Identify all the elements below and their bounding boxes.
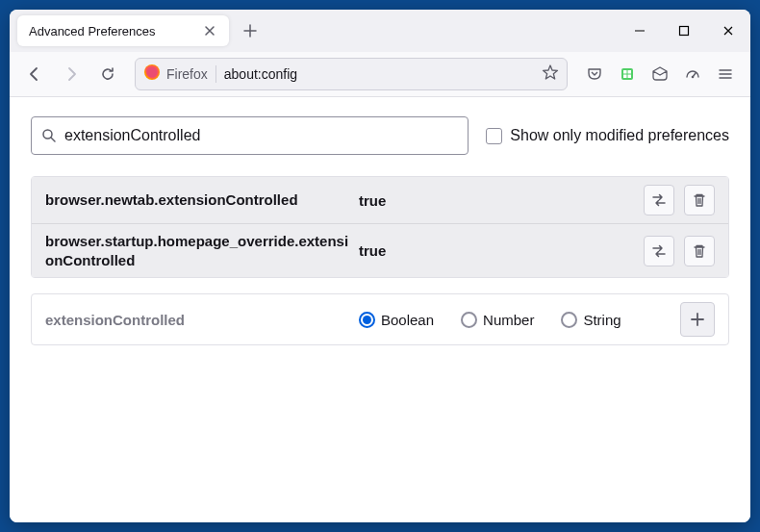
toggle-button[interactable] [644,185,674,215]
show-modified-checkbox[interactable]: Show only modified preferences [486,127,729,144]
radio-string[interactable]: String [561,312,621,328]
window-controls [618,10,750,52]
forward-button[interactable] [56,59,87,89]
pref-value[interactable]: true [353,242,644,259]
pocket-icon[interactable] [579,59,610,89]
pref-row: browser.newtab.extensionControlled true [32,177,728,223]
url-bar[interactable]: Firefox about:config [135,58,568,90]
firefox-icon [143,63,161,85]
delete-button[interactable] [684,185,715,215]
tab-title: Advanced Preferences [29,24,202,38]
radio-boolean[interactable]: Boolean [359,312,434,328]
svg-rect-0 [680,27,689,36]
pref-name[interactable]: browser.newtab.extensionControlled [45,190,353,210]
minimize-button[interactable] [618,10,662,52]
separator [215,65,216,83]
bookmark-star-icon[interactable] [542,63,559,85]
svg-rect-7 [628,75,632,79]
toggle-button[interactable] [644,236,674,266]
radio-label: Number [483,312,534,328]
search-input[interactable] [64,127,458,144]
radio-label: String [583,312,621,328]
svg-rect-6 [623,75,627,79]
reload-button[interactable] [92,59,123,89]
pref-table: browser.newtab.extensionControlled true … [31,176,729,278]
extension-icon[interactable] [612,59,643,89]
checkbox-label: Show only modified preferences [510,127,729,144]
svg-rect-4 [623,70,627,74]
maximize-button[interactable] [662,10,706,52]
radio-label: Boolean [381,312,434,328]
radio-icon [561,312,577,328]
nav-toolbar: Firefox about:config [10,52,750,97]
tab-active[interactable]: Advanced Preferences [17,15,229,46]
back-button[interactable] [19,59,50,89]
radio-icon [359,312,375,328]
add-button[interactable] [680,302,715,337]
titlebar: Advanced Preferences [10,10,750,52]
svg-point-8 [692,76,695,79]
search-box[interactable] [31,116,469,155]
pref-value[interactable]: true [353,192,644,209]
checkbox-icon [486,128,502,144]
pref-name[interactable]: browser.startup.homepage_override.extens… [45,232,353,269]
svg-rect-5 [628,70,632,74]
menu-icon[interactable] [710,59,741,89]
dashboard-icon[interactable] [677,59,708,89]
add-pref-name: extensionControlled [45,312,353,328]
content-area: Show only modified preferences browser.n… [10,97,750,522]
radio-icon [461,312,477,328]
inbox-icon[interactable] [645,59,675,89]
close-button[interactable] [706,10,750,52]
identity-label: Firefox [166,66,208,82]
radio-number[interactable]: Number [461,312,534,328]
add-pref-table: extensionControlled Boolean Number Strin… [31,293,729,345]
pref-row: browser.startup.homepage_override.extens… [32,223,728,277]
svg-rect-3 [621,68,633,80]
search-icon [41,128,57,143]
delete-button[interactable] [684,236,715,266]
url-text: about:config [224,66,542,82]
new-tab-button[interactable] [235,15,266,46]
close-icon[interactable] [202,23,217,38]
